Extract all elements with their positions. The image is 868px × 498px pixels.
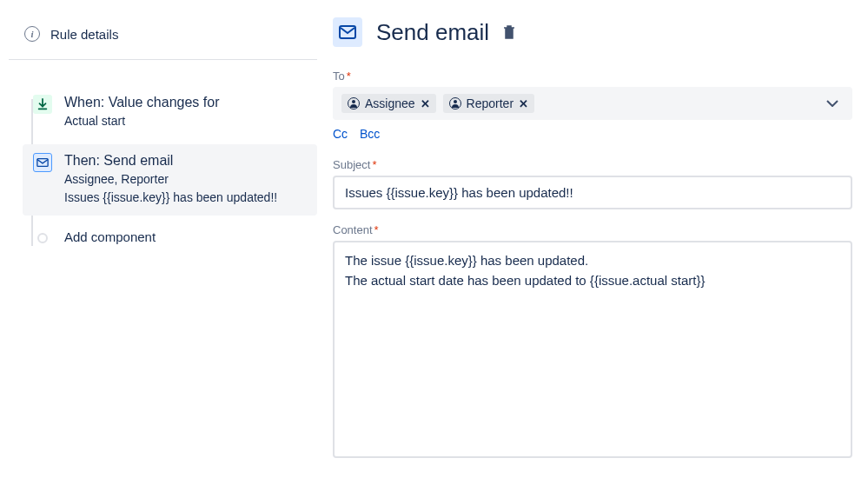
content-textarea[interactable] xyxy=(333,241,852,458)
trigger-step[interactable]: When: Value changes for Actual start xyxy=(23,86,317,139)
add-component-label: Add component xyxy=(64,229,307,244)
add-component-step[interactable]: Add component xyxy=(23,221,317,255)
svg-rect-0 xyxy=(37,159,48,167)
email-icon xyxy=(33,153,52,172)
to-label: To* xyxy=(333,70,852,83)
person-icon xyxy=(348,97,360,110)
chevron-down-icon[interactable] xyxy=(821,100,844,107)
trigger-icon xyxy=(33,95,52,114)
rule-details-header[interactable]: i Rule details xyxy=(9,17,317,60)
remove-chip-button[interactable]: ✕ xyxy=(519,97,528,110)
bcc-link[interactable]: Bcc xyxy=(360,127,380,141)
action-step[interactable]: Then: Send email Assignee, Reporter Issu… xyxy=(23,144,317,216)
cc-link[interactable]: Cc xyxy=(333,127,348,141)
delete-button[interactable] xyxy=(503,25,515,39)
action-title: Then: Send email xyxy=(64,153,307,169)
page-title: Send email xyxy=(376,19,489,46)
subject-label: Subject* xyxy=(333,158,852,171)
email-icon xyxy=(333,17,362,47)
remove-chip-button[interactable]: ✕ xyxy=(421,97,430,110)
action-sub2: Issues {{issue.key}} has been updated!! xyxy=(64,189,307,207)
info-icon: i xyxy=(24,26,40,42)
person-icon xyxy=(449,97,461,110)
subject-input[interactable] xyxy=(333,176,852,209)
empty-step-icon xyxy=(37,233,48,243)
recipient-chip-assignee: Assignee ✕ xyxy=(341,94,436,113)
to-field[interactable]: Assignee ✕ Reporter ✕ xyxy=(333,87,852,120)
rule-details-label: Rule details xyxy=(50,27,118,42)
action-sub1: Assignee, Reporter xyxy=(64,170,307,189)
recipient-chip-reporter: Reporter ✕ xyxy=(443,94,534,113)
trigger-sub: Actual start xyxy=(64,112,307,130)
trigger-title: When: Value changes for xyxy=(64,95,307,110)
content-label: Content* xyxy=(333,223,852,236)
